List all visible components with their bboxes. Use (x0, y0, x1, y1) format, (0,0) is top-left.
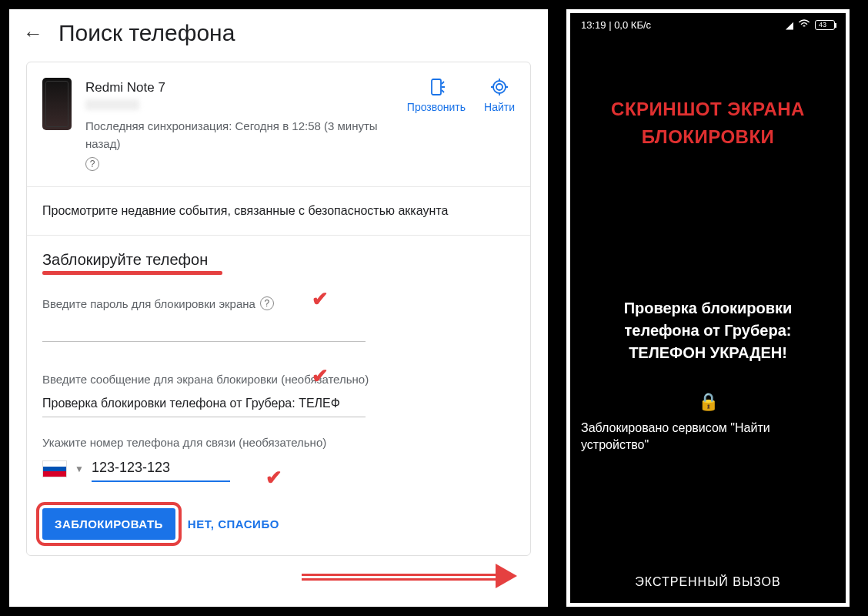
security-notice[interactable]: Просмотрите недавние события, связанные … (27, 187, 530, 236)
annotation-check-icon: ✔ (312, 287, 329, 311)
ring-label: Прозвонить (407, 101, 466, 113)
annotation-check-icon: ✔ (312, 364, 329, 388)
emergency-call-button[interactable]: ЭКСТРЕННЫЙ ВЫЗОВ (635, 575, 780, 589)
annotation-arrow-icon (302, 568, 517, 584)
svg-point-5 (493, 81, 506, 93)
wifi-icon (798, 19, 810, 31)
annotation-title: СКРИНШОТ ЭКРАНА БЛОКИРОВКИ (611, 95, 805, 151)
help-icon[interactable]: ? (260, 296, 274, 310)
password-input[interactable] (42, 315, 366, 342)
lockscreen-message: Проверка блокировки телефона от Грубера:… (624, 297, 793, 364)
annotation-check-icon: ✔ (265, 466, 282, 490)
battery-icon: 43 (815, 20, 835, 30)
device-thumbnail-icon (42, 78, 72, 130)
lock-icon: 🔒 (698, 392, 719, 412)
ring-action[interactable]: Прозвонить (407, 78, 466, 113)
lockscreen-screenshot: 13:19 | 0,0 КБ/с ◢ 43 СКРИНШОТ ЭКРАНА БЛ… (566, 9, 850, 607)
status-right: ◢ 43 (786, 19, 835, 31)
lock-button[interactable]: ЗАБЛОКИРОВАТЬ (42, 508, 175, 540)
message-input[interactable] (42, 390, 366, 417)
device-actions: Прозвонить Найти (407, 78, 515, 113)
back-arrow-icon[interactable]: ← (23, 22, 43, 45)
sync-text: Последняя синхронизация: Сегодня в 12:58… (85, 118, 393, 152)
status-bar: 13:19 | 0,0 КБ/с ◢ 43 (581, 19, 835, 31)
find-phone-panel: ← Поиск телефона Redmi Note 7 Последняя … (9, 9, 548, 607)
lock-section-title-text: Заблокируйте телефон (42, 251, 208, 268)
header: ← Поиск телефона (9, 9, 548, 62)
flag-ru-icon[interactable] (42, 460, 67, 477)
status-left: 13:19 | 0,0 КБ/с (581, 19, 651, 31)
page-title: Поиск телефона (58, 20, 235, 46)
svg-line-3 (442, 90, 444, 92)
find-label: Найти (484, 101, 515, 113)
find-action[interactable]: Найти (484, 78, 515, 113)
message-label: Введите сообщение для экрана блокировки … (42, 373, 515, 386)
svg-rect-0 (432, 79, 441, 95)
blurred-account (85, 99, 139, 110)
phone-input[interactable] (92, 455, 230, 482)
no-thanks-button[interactable]: НЕТ, СПАСИБО (188, 517, 279, 531)
lock-section-title: Заблокируйте телефон (27, 236, 530, 273)
device-info: Redmi Note 7 Последняя синхронизация: Се… (85, 78, 393, 171)
svg-line-1 (442, 82, 444, 84)
svg-point-4 (496, 84, 502, 90)
help-icon[interactable]: ? (85, 157, 99, 171)
locked-by-text: Заблокировано сервисом "Найти устройство… (581, 420, 835, 454)
phone-label: Укажите номер телефона для связи (необяз… (42, 436, 515, 449)
button-row: ЗАБЛОКИРОВАТЬ НЕТ, СПАСИБО (27, 497, 530, 555)
password-label: Введите пароль для блокировки экрана ? (42, 296, 515, 310)
device-row: Redmi Note 7 Последняя синхронизация: Се… (27, 62, 530, 187)
lock-form: Введите пароль для блокировки экрана ? ✔… (27, 273, 530, 497)
main-card: Redmi Note 7 Последняя синхронизация: Се… (26, 62, 531, 556)
signal-icon: ◢ (786, 19, 793, 31)
ring-icon (427, 78, 446, 96)
chevron-down-icon[interactable]: ▼ (75, 464, 84, 474)
find-icon (490, 78, 509, 96)
sync-line: Последняя синхронизация: Сегодня в 12:58… (85, 118, 393, 171)
device-name: Redmi Note 7 (85, 78, 393, 98)
